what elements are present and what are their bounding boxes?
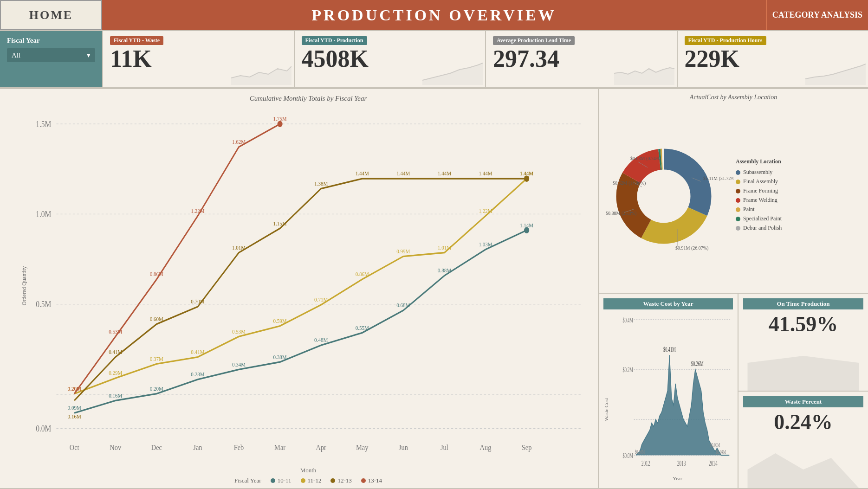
leadtime-kpi-card: Average Production Lead Time 297.34 [486,31,677,87]
waste-cost-chart: $0.4M $0.2M $0.0M $0.41M [622,312,733,470]
svg-text:1.44M: 1.44M [396,170,410,177]
waste-kpi-title: Fiscal YTD - Waste [110,36,163,45]
svg-text:$1.11M (31.72%): $1.11M (31.72%) [703,176,733,181]
svg-text:2013: 2013 [677,459,686,468]
svg-text:1.62M: 1.62M [232,138,246,145]
donut-chart-panel: ActualCost by Assembly Location [599,89,868,293]
svg-text:$0.0M: $0.0M [622,452,633,460]
legend-1112: 11-12 [301,477,322,484]
svg-text:Nov: Nov [110,443,121,452]
chart-legend: Fiscal Year 10-11 11-12 12-13 13-14 [26,477,591,484]
svg-text:$0.52M (14.86%): $0.52M (14.86%) [613,180,646,186]
svg-point-73 [638,171,689,222]
svg-text:0.41M: 0.41M [109,348,122,355]
x-axis-label: Month [26,467,591,474]
svg-point-66 [278,121,283,127]
svg-text:$0.88M (25.3%): $0.88M (25.3%) [606,211,636,216]
category-analysis-button[interactable]: CATEGORY ANALYSIS [766,0,868,30]
legend-label: Fiscal Year [234,477,261,484]
cumulative-chart-title: Cumulative Monthly Totals by Fiscal Year [26,95,591,103]
home-button[interactable]: HOME [0,0,102,30]
svg-text:0.48M: 0.48M [314,336,328,343]
svg-text:Jan: Jan [193,443,202,452]
svg-text:$0.26M: $0.26M [691,360,704,367]
svg-text:0.68M: 0.68M [396,302,410,309]
svg-text:Jul: Jul [440,443,448,452]
page-title: PRODUCTION OVERVIEW [102,0,766,30]
svg-text:1.44M: 1.44M [356,170,369,177]
svg-text:1.44M: 1.44M [438,170,451,177]
on-time-title: On Time Production [743,298,863,309]
svg-text:May: May [356,443,368,452]
svg-text:Aug: Aug [480,443,492,452]
svg-text:Feb: Feb [234,443,244,452]
donut-chart-title: ActualCost by Assembly Location [603,94,863,101]
waste-pct-value: 0.24% [743,410,863,434]
svg-text:0.29M: 0.29M [109,369,122,376]
production-kpi-card: Fiscal YTD - Production 4508K [295,31,486,87]
svg-text:0.09M: 0.09M [68,404,81,411]
waste-cost-panel: Waste Cost by Year Waste Cost $0.4M [599,294,738,488]
svg-text:0.88M: 0.88M [438,267,451,274]
svg-text:0.5M: 0.5M [36,300,51,309]
svg-text:$0.4M: $0.4M [622,316,633,324]
svg-text:1.22M: 1.22M [191,207,204,214]
production-sparkline [422,59,483,85]
hours-kpi-card: Fiscal YTD - Production Hours 229K [678,31,868,87]
svg-text:1.0M: 1.0M [36,210,51,219]
y-axis-label: Ordered Quantity [21,266,28,305]
waste-cost-title: Waste Cost by Year [603,298,733,309]
on-time-bg [738,354,868,391]
svg-text:0.71M: 0.71M [314,296,328,303]
waste-cost-x-label: Year [622,476,733,481]
svg-text:0.34M: 0.34M [232,361,246,368]
svg-text:0.59M: 0.59M [273,317,287,324]
svg-text:1.15M: 1.15M [273,220,287,227]
leadtime-sparkline [614,59,674,85]
cumulative-chart-panel: Cumulative Monthly Totals by Fiscal Year… [0,89,598,488]
svg-text:0.55M: 0.55M [356,324,369,331]
svg-marker-101 [748,453,859,488]
svg-text:$0.91M (26.07%): $0.91M (26.07%) [675,245,708,251]
hours-sparkline [805,59,866,85]
svg-text:1.22M: 1.22M [479,207,492,214]
waste-pct-title: Waste Percent [743,396,863,407]
on-time-panel: On Time Production 41.59% [738,294,868,391]
svg-text:Apr: Apr [316,443,326,452]
waste-pct-bg [738,451,868,488]
svg-text:0.20M: 0.20M [68,385,81,392]
svg-marker-91 [636,355,729,455]
svg-text:$0.03M (0.74%): $0.03M (0.74%) [630,156,661,161]
svg-text:0.37M: 0.37M [150,355,163,362]
svg-text:$0.41M: $0.41M [663,345,676,353]
svg-text:2012: 2012 [641,459,650,468]
svg-text:2014: 2014 [709,459,718,468]
donut-svg: $1.11M (31.72%) $0.91M (26.07%) $0.88M (… [603,141,733,252]
waste-sparkline [231,59,291,85]
svg-text:0.53M: 0.53M [232,328,246,335]
svg-marker-100 [748,356,859,391]
legend-1213: 12-13 [330,477,351,484]
svg-text:1.01M: 1.01M [438,244,451,251]
svg-text:0.41M: 0.41M [191,348,204,355]
fiscal-year-panel: Fiscal Year All ▾ [0,31,102,87]
svg-text:1.44M: 1.44M [479,170,492,177]
waste-pct-panel: Waste Percent 0.24% [738,392,868,489]
cumulative-line-chart: 1.5M 1.0M 0.5M 0.0M Oct Nov Dec Jan Feb … [26,105,591,466]
svg-text:Dec: Dec [151,443,162,452]
svg-text:0.0M: 0.0M [36,424,51,434]
svg-text:$0.04M: $0.04M [716,449,726,455]
svg-text:$0.00M: $0.00M [710,442,720,448]
svg-text:0.70M: 0.70M [191,298,204,305]
donut-legend: Assembly Location Subassembly Final Asse… [733,158,863,234]
leadtime-kpi-title: Average Production Lead Time [493,36,575,45]
svg-text:1.38M: 1.38M [314,180,328,187]
svg-point-33 [524,227,529,233]
svg-text:0.16M: 0.16M [68,413,81,420]
svg-text:0.28M: 0.28M [191,371,204,378]
svg-text:0.86M: 0.86M [150,270,163,277]
fiscal-year-select[interactable]: All ▾ [7,48,95,62]
svg-text:0.60M: 0.60M [150,315,163,322]
legend-1011: 10-11 [271,477,291,484]
svg-text:0.38M: 0.38M [273,354,287,360]
